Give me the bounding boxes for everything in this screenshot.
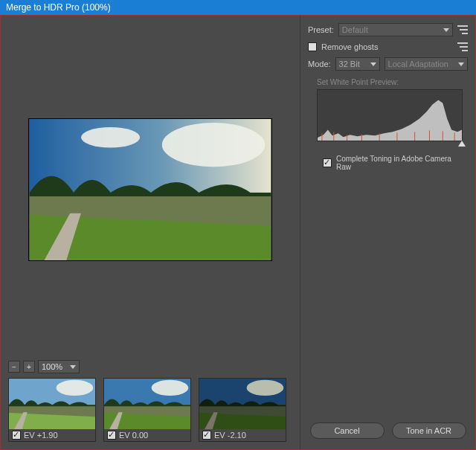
remove-ghosts-label: Remove ghosts	[321, 42, 378, 51]
preset-label: Preset:	[308, 25, 334, 34]
ev-label: EV -2.10	[214, 431, 246, 440]
minus-icon: −	[12, 363, 16, 371]
cancel-button[interactable]: Cancel	[310, 422, 385, 439]
thumb-checkbox[interactable]	[107, 431, 116, 440]
chevron-down-icon	[370, 62, 376, 66]
window-titlebar: Merge to HDR Pro (100%)	[0, 0, 476, 15]
left-panel: − + 100% EV +1.90 EV 0.00	[1, 16, 300, 449]
plus-icon: +	[27, 363, 31, 371]
svg-point-8	[152, 380, 189, 396]
zoom-bar: − + 100%	[8, 360, 292, 373]
dialog-buttons: Cancel Tone in ACR	[308, 422, 468, 442]
thumbnail-footer: EV +1.90	[9, 429, 95, 441]
mode-label: Mode:	[308, 60, 331, 68]
preset-select[interactable]: Default	[338, 23, 453, 36]
mode-bit-value: 32 Bit	[339, 60, 360, 68]
ev-label: EV 0.00	[119, 431, 148, 440]
ev-label: EV +1.90	[24, 431, 58, 440]
preset-row: Preset: Default	[308, 23, 468, 36]
white-point-label: Set White Point Preview:	[317, 78, 468, 86]
thumbnail-strip: EV +1.90 EV 0.00 EV -2.10	[8, 378, 292, 442]
thumbnail[interactable]: EV -2.10	[199, 378, 286, 442]
zoom-select[interactable]: 100%	[38, 360, 80, 373]
mode-method-select[interactable]: Local Adaptation	[385, 57, 468, 71]
mode-row: Mode: 32 Bit Local Adaptation	[308, 57, 468, 71]
thumbnail-footer: EV 0.00	[104, 429, 190, 441]
thumbnail[interactable]: EV +1.90	[8, 378, 96, 442]
window-title: Merge to HDR Pro (100%)	[6, 2, 111, 13]
thumbnail[interactable]: EV 0.00	[103, 378, 191, 442]
svg-point-2	[81, 126, 140, 147]
thumb-checkbox[interactable]	[12, 431, 21, 440]
preview-area	[8, 23, 292, 356]
complete-toning-row: Complete Toning in Adobe Camera Raw	[323, 155, 468, 171]
zoom-in-button[interactable]: +	[23, 361, 35, 373]
zoom-out-button[interactable]: −	[8, 361, 20, 373]
tone-in-acr-button[interactable]: Tone in ACR	[392, 422, 466, 439]
workspace: − + 100% EV +1.90 EV 0.00	[0, 15, 476, 450]
thumbnail-footer: EV -2.10	[199, 429, 286, 441]
remove-ghosts-row: Remove ghosts	[308, 42, 468, 51]
chevron-down-icon	[458, 62, 464, 66]
chevron-down-icon	[70, 365, 76, 369]
svg-point-1	[162, 122, 266, 166]
svg-point-5	[57, 380, 94, 396]
slider-handle-icon[interactable]	[458, 141, 466, 147]
svg-point-11	[247, 380, 284, 396]
mode-bit-select[interactable]: 32 Bit	[335, 57, 380, 71]
complete-toning-checkbox[interactable]	[323, 158, 332, 167]
complete-toning-label: Complete Toning in Adobe Camera Raw	[336, 155, 468, 171]
zoom-value: 100%	[42, 362, 62, 371]
remove-ghosts-checkbox[interactable]	[308, 42, 317, 51]
preset-value: Default	[342, 25, 368, 34]
preset-menu-icon[interactable]	[457, 25, 468, 34]
thumb-checkbox[interactable]	[202, 431, 211, 440]
right-panel: Preset: Default Remove ghosts Mode: 32 B…	[300, 16, 475, 449]
ghosts-menu-icon[interactable]	[457, 42, 468, 51]
chevron-down-icon	[443, 28, 449, 32]
mode-method-value: Local Adaptation	[388, 60, 448, 68]
white-point-slider[interactable]	[317, 141, 463, 149]
histogram	[317, 89, 463, 141]
preview-image	[28, 118, 272, 261]
